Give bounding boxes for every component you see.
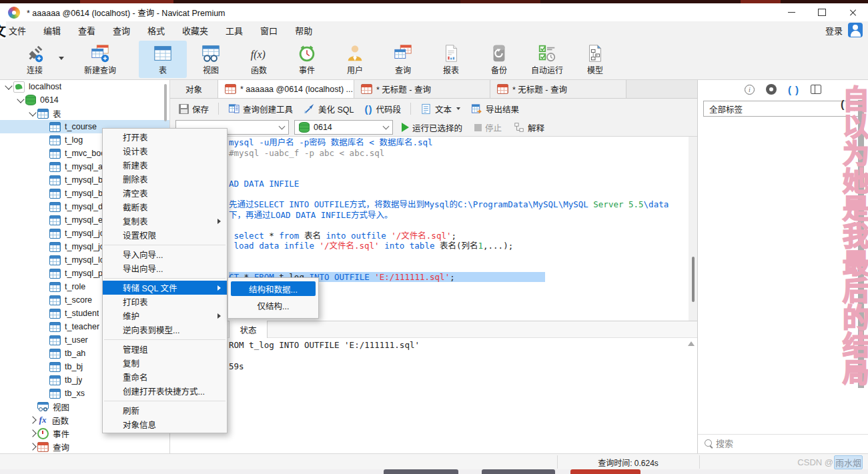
context-menu-item-逆向表到模型...[interactable]: 逆向表到模型... [103,323,227,337]
toolbar-用户-button[interactable]: 用户 [331,41,379,78]
context-menu-item-复制表[interactable]: 复制表 [103,214,227,228]
chevron-down-icon[interactable] [59,57,64,60]
context-menu-item-打印表[interactable]: 打印表 [103,295,227,309]
toolbar-报表-button[interactable]: 报表 [427,41,475,78]
chevron-right-icon[interactable] [28,444,37,449]
chevron-right-icon[interactable] [28,417,37,423]
toolbar-separator [218,103,219,115]
context-menu-item-维护[interactable]: 维护 [103,309,227,323]
menu-窗口[interactable]: 窗口 [252,21,286,39]
snippet-search[interactable]: 搜索 [698,434,868,451]
menu-编辑[interactable]: 编辑 [35,21,69,39]
code-snippet-tab-icon[interactable]: ( ) [788,84,799,95]
context-menu-item-创建打开表快捷方式...[interactable]: 创建打开表快捷方式... [103,384,227,398]
editor-scrollbar-handle[interactable] [692,257,695,302]
toolbar-函数-button[interactable]: f(x)函数 [235,41,283,78]
toolbar-备份-button[interactable]: 备份 [475,41,523,78]
chevron-right-icon[interactable] [28,431,37,436]
context-menu-item-删除表[interactable]: 删除表 [103,172,227,186]
toolbar-button-label: 查询 [395,64,411,75]
toolbar-表-button[interactable]: 表 [139,41,187,78]
context-menu-item-刷新[interactable]: 刷新 [103,403,227,417]
menu-工具[interactable]: 工具 [217,21,252,39]
context-menu-item-清空表[interactable]: 清空表 [103,186,227,200]
tree-item-查询[interactable]: 查询 [0,440,169,453]
tab-对象[interactable]: 对象 [170,80,218,98]
menu-查看[interactable]: 查看 [69,21,104,39]
navicat-window: * aaaaaa @0614 (localhost) - 查询 - Navica… [0,0,868,474]
close-button[interactable] [837,3,868,21]
tree-item-localhost[interactable]: localhost [0,80,169,93]
context-menu-item-管理组[interactable]: 管理组 [103,342,227,356]
tab-* 无标题 - 查询[interactable]: * 无标题 - 查询 [354,80,490,98]
tab-* aaaaaa @0614 (localhost) ...[interactable]: * aaaaaa @0614 (localhost) ... [218,80,354,98]
menu-查询[interactable]: 查询 [104,21,139,39]
editor-line [229,251,669,262]
export-result-button[interactable]: 导出结果 [468,101,522,117]
tree-item-表[interactable]: 表 [0,107,169,120]
context-menu-item-label: 转储 SQL 文件 [123,281,177,294]
toolbar-查询-button[interactable]: 查询 [379,41,427,78]
tree-item-0614[interactable]: 0614 [0,93,169,107]
grid-view-icon[interactable] [811,85,821,94]
context-menu-item-设置权限[interactable]: 设置权限 [103,228,227,242]
code-snippet-button[interactable]: () 代码段 [362,101,405,117]
user-avatar[interactable] [848,23,863,37]
submenu-item-仅结构...[interactable]: 仅结构... [231,298,316,313]
menu-收藏夹[interactable]: 收藏夹 [173,21,217,39]
context-menu-item-label: 创建打开表快捷方式... [123,385,205,397]
menu-帮助[interactable]: 帮助 [286,21,321,39]
tree-item-label: t_mysql_pe [65,269,107,278]
context-menu-item-导入向导...[interactable]: 导入向导... [103,247,227,261]
context-menu-item-复制[interactable]: 复制 [103,356,227,370]
toolbar-视图-button[interactable]: 视图 [187,41,235,78]
editor-line: 先通过SELECT INTO OUTFILE方式，将数据导出到Mysql的C:\… [229,199,669,210]
submenu-item-结构和数据...[interactable]: 结构和数据... [231,281,316,296]
explain-button[interactable]: 解释 [510,119,548,135]
context-menu-item-对象信息[interactable]: 对象信息 [103,417,227,431]
chevron-down-icon[interactable] [4,85,13,89]
chevron-down-icon[interactable] [16,99,25,102]
text-view-button[interactable]: 文本 [417,101,464,117]
context-menu-item-打开表[interactable]: 打开表 [103,130,227,144]
context-menu-item-转储 SQL 文件[interactable]: 转储 SQL 文件 [103,281,227,295]
save-button[interactable]: 保存 [175,101,212,117]
event-icon [37,428,49,439]
beautify-sql-button[interactable]: 美化 SQL [300,101,358,117]
database-select-value: 0614 [314,123,332,132]
toolbar-自动运行-button[interactable]: 自动运行 [523,41,571,78]
toolbar-模型-button[interactable]: 模型 [571,41,619,78]
toolbar-事件-button[interactable]: 事件 [283,41,331,78]
preview-icon[interactable] [766,84,777,95]
scroll-up-arrow-icon[interactable] [688,341,695,346]
toolbar-新建查询-button[interactable]: 新建查询 [76,41,124,78]
context-menu-item-导出向导...[interactable]: 导出向导... [103,261,227,275]
context-menu-item-设计表[interactable]: 设计表 [103,144,227,158]
query-builder-button[interactable]: 查询创建工具 [225,101,296,117]
toolbar-button-label: 备份 [491,64,507,75]
maximize-button[interactable] [807,3,837,21]
tab-* 无标题 - 查询[interactable]: * 无标题 - 查询 [490,80,626,98]
chevron-down-icon[interactable] [28,112,37,115]
table-icon [49,189,61,199]
tree-item-label: t_course [65,122,97,131]
tree-item-label: 表 [53,107,61,120]
context-menu-item-截断表[interactable]: 截断表 [103,200,227,214]
minimize-button[interactable] [776,3,807,21]
tab-status[interactable]: 状态 [229,321,268,338]
run-selected-button[interactable]: 运行已选择的 [398,119,466,135]
context-menu-item-重命名[interactable]: 重命名 [103,370,227,384]
editor-line: #mysql -uabc_f -p abc < abc.sql [229,148,669,159]
toolbar-button-label: 新建查询 [84,64,116,75]
sidebar-scrollbar[interactable] [164,84,167,121]
navicat-logo-icon [8,7,20,19]
database-select[interactable]: 0614 [294,120,393,135]
toolbar-连接-button[interactable]: 连接 [11,41,59,78]
login-link[interactable]: 登录 [825,24,843,37]
info-icon[interactable]: i [745,85,755,95]
report-icon [441,43,461,63]
context-menu-item-新建表[interactable]: 新建表 [103,158,227,172]
menu-格式[interactable]: 格式 [139,21,173,39]
submenu-arrow-icon [218,285,221,291]
save-icon [179,104,189,114]
